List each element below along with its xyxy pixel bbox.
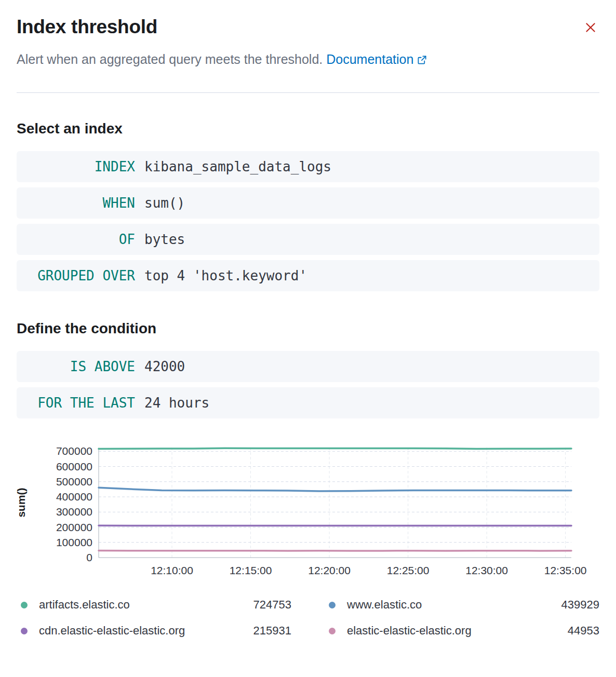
svg-text:200000: 200000 (56, 521, 92, 533)
expression-value: sum() (144, 195, 185, 211)
expression-row-of[interactable]: OF bytes (17, 224, 599, 255)
svg-text:sum(): sum() (17, 488, 27, 517)
svg-text:100000: 100000 (56, 536, 92, 548)
svg-text:12:15:00: 12:15:00 (230, 564, 272, 576)
expression-value: top 4 'host.keyword' (144, 268, 307, 283)
flyout-subtitle: Alert when an aggregated query meets the… (17, 51, 599, 67)
legend-item[interactable]: elastic-elastic-elastic.org 44953 (325, 624, 599, 638)
threshold-preview-chart: 12:10:0012:15:0012:20:0012:25:0012:30:00… (17, 442, 599, 578)
legend-dot (329, 628, 336, 634)
expression-keyword: INDEX (26, 159, 135, 174)
external-link-icon (417, 55, 427, 65)
legend-dot (21, 602, 28, 608)
page-title: Index threshold (17, 16, 157, 38)
expression-keyword: WHEN (26, 195, 135, 211)
svg-text:500000: 500000 (56, 476, 92, 488)
legend-series-name: elastic-elastic-elastic.org (347, 624, 472, 638)
chart-legend: artifacts.elastic.co 724753 www.elastic.… (17, 598, 599, 638)
svg-text:12:25:00: 12:25:00 (387, 564, 430, 576)
svg-text:700000: 700000 (56, 445, 92, 457)
expression-row-when[interactable]: WHEN sum() (17, 187, 599, 219)
expression-value: 24 hours (144, 395, 209, 411)
documentation-link[interactable]: Documentation (326, 52, 427, 66)
expression-keyword: GROUPED OVER (26, 268, 135, 283)
expression-row-for-the-last[interactable]: FOR THE LAST 24 hours (17, 387, 599, 418)
close-icon[interactable] (582, 19, 599, 36)
legend-series-name: artifacts.elastic.co (39, 598, 130, 612)
select-index-heading: Select an index (17, 120, 599, 138)
expression-keyword: OF (26, 232, 135, 247)
svg-text:12:30:00: 12:30:00 (465, 564, 508, 576)
legend-item[interactable]: www.elastic.co 439929 (325, 598, 599, 612)
legend-item[interactable]: cdn.elastic-elastic-elastic.org 215931 (17, 624, 291, 638)
expression-value: kibana_sample_data_logs (144, 159, 331, 174)
legend-series-value: 215931 (253, 624, 291, 638)
legend-series-value: 44953 (568, 624, 599, 638)
expression-row-grouped-over[interactable]: GROUPED OVER top 4 'host.keyword' (17, 260, 599, 291)
legend-series-name: cdn.elastic-elastic-elastic.org (39, 624, 185, 638)
flyout-header: Index threshold (17, 16, 599, 38)
expression-keyword: IS ABOVE (26, 359, 135, 374)
expression-row-is-above[interactable]: IS ABOVE 42000 (17, 351, 599, 382)
index-threshold-flyout: Index threshold Alert when an aggregated… (0, 0, 616, 677)
condition-heading: Define the condition (17, 320, 599, 337)
subtitle-text: Alert when an aggregated query meets the… (17, 52, 323, 66)
svg-text:300000: 300000 (56, 506, 92, 518)
svg-text:600000: 600000 (56, 461, 92, 472)
select-index-expressions: INDEX kibana_sample_data_logs WHEN sum()… (17, 151, 599, 291)
expression-keyword: FOR THE LAST (26, 395, 135, 411)
header-divider (17, 92, 599, 93)
svg-text:12:35:00: 12:35:00 (544, 564, 587, 576)
legend-series-name: www.elastic.co (347, 598, 422, 612)
legend-series-value: 439929 (561, 598, 599, 612)
legend-dot (21, 628, 28, 634)
expression-value: 42000 (144, 359, 185, 374)
svg-text:400000: 400000 (56, 491, 92, 503)
threshold-chart-svg: 12:10:0012:15:0012:20:0012:25:0012:30:00… (17, 442, 599, 578)
expression-value: bytes (144, 232, 185, 247)
svg-text:12:10:00: 12:10:00 (151, 564, 193, 576)
condition-expressions: IS ABOVE 42000 FOR THE LAST 24 hours (17, 351, 599, 418)
legend-series-value: 724753 (253, 598, 291, 612)
select-index-section: Select an index INDEX kibana_sample_data… (17, 120, 599, 291)
expression-row-index[interactable]: INDEX kibana_sample_data_logs (17, 151, 599, 182)
legend-dot (329, 602, 336, 608)
legend-item[interactable]: artifacts.elastic.co 724753 (17, 598, 291, 612)
svg-text:0: 0 (86, 551, 92, 563)
svg-text:12:20:00: 12:20:00 (308, 564, 351, 576)
condition-section: Define the condition IS ABOVE 42000 FOR … (17, 320, 599, 418)
